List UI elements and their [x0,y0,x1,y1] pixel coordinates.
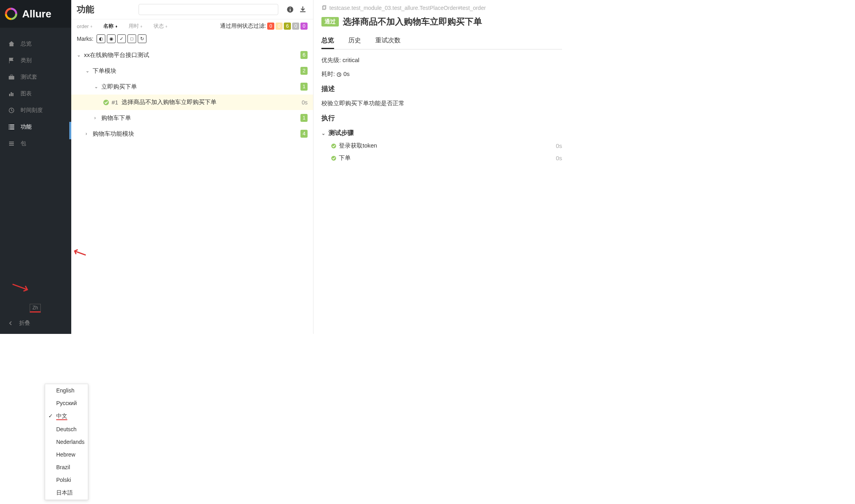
sort-name[interactable]: 名称♦ [103,23,117,30]
nav-timeline[interactable]: 时间刻度 [0,102,71,119]
mark-retry[interactable]: □ [127,34,136,43]
tree-group[interactable]: ⌄ 下单模块 2 [71,63,313,79]
description-value: 校验立即购买下单功能是否正常 [321,100,562,107]
nav-label: 包 [21,140,26,147]
mark-new-passed[interactable]: ◉ [107,34,116,43]
step-row[interactable]: 登录获取token 0s [321,140,562,152]
nav-behaviors[interactable]: 功能 [0,119,71,135]
tree-label: 立即购买下单 [101,83,300,91]
svg-rect-17 [9,143,14,144]
clock-icon [8,107,15,114]
chevron-down-icon: ⌄ [77,52,82,58]
tree-count-badge: 2 [300,67,308,75]
nav-label: 功能 [21,123,32,131]
tree-count-badge: 1 [300,83,308,91]
nav-categories[interactable]: 类别 [0,52,71,69]
step-time: 0s [556,142,562,149]
nav-label: 总览 [21,40,32,47]
sort-status[interactable]: 状态♦ [154,23,167,30]
svg-rect-20 [290,9,291,11]
download-icon[interactable] [298,5,308,14]
collapse-button[interactable]: 折叠 [8,316,63,330]
allure-logo-icon [5,8,17,20]
svg-rect-6 [9,94,10,96]
nav-overview[interactable]: 总览 [0,36,71,52]
svg-rect-8 [12,93,13,96]
chevron-down-icon: ⌄ [94,84,99,89]
nav-packages[interactable]: 包 [0,135,71,152]
tab-overview[interactable]: 总览 [321,33,334,49]
sort-icon: ♦ [90,24,92,28]
detail-tabs: 总览 历史 重试次数 [321,33,562,49]
test-path: testcase.test_module_03.test_allure.Test… [321,5,562,11]
tree-group[interactable]: ⌄ 立即购买下单 1 [71,79,313,95]
svg-rect-11 [10,125,14,125]
chevron-down-icon: ⌄ [321,131,326,136]
language-button[interactable]: Zh [30,304,41,313]
tree-label: 下单模块 [93,67,300,75]
marks-row: Marks: ◐ ◉ ✓ □ ↻ [71,33,313,47]
svg-point-21 [290,8,291,8]
tree-count-badge: 1 [300,114,308,122]
filter-failed[interactable]: 0 [267,23,274,30]
mark-new-failed[interactable]: ✓ [117,34,126,43]
copy-icon[interactable] [321,5,327,11]
collapse-label: 折叠 [19,320,30,327]
tab-retries[interactable]: 重试次数 [375,33,401,49]
search-input[interactable] [139,4,278,15]
tree-label: 购物车功能模块 [93,130,300,138]
tree-count-badge: 4 [300,130,308,138]
home-icon [8,40,15,47]
tab-history[interactable]: 历史 [348,33,361,49]
sidebar-brand[interactable]: Allure [0,0,71,28]
clock-icon [336,72,342,77]
mark-refresh[interactable]: ↻ [138,34,146,43]
step-name: 下单 [339,154,351,162]
detail-title: 选择商品不加入购物车立即购买下单 [343,16,482,28]
filter-skipped[interactable]: 0 [292,23,299,30]
tree-group[interactable]: ⌄ xx在线购物平台接口测试 6 [71,47,313,63]
step-name: 登录获取token [339,142,377,150]
steps-header[interactable]: ⌄ 测试步骤 [321,129,562,137]
step-row[interactable]: 下单 0s [321,152,562,164]
tree-label: xx在线购物平台接口测试 [84,51,300,59]
svg-rect-4 [9,76,14,80]
sort-order[interactable]: order♦ [77,23,92,29]
passed-icon [103,99,109,106]
svg-rect-13 [10,127,14,127]
step-time: 0s [556,155,562,161]
passed-icon [331,143,336,149]
filter-broken[interactable]: 0 [276,23,283,30]
detail-panel: testcase.test_module_03.test_allure.Test… [314,0,570,334]
tree-test[interactable]: #1 选择商品不加入购物车立即购买下单 0s [71,95,313,110]
sort-row: order♦ 名称♦ 用时♦ 状态♦ 通过用例状态过滤: 0 0 6 0 0 [71,19,313,33]
sidebar: Allure 总览 类别 测试套 图表 时间刻度 [0,0,71,334]
sort-duration[interactable]: 用时♦ [129,23,142,30]
tree-group[interactable]: › 购物车下单 1 [71,110,313,126]
flag-icon [8,57,15,64]
passed-icon [331,155,336,161]
sidebar-nav: 总览 类别 测试套 图表 时间刻度 功能 [0,28,71,300]
priority-row: 优先级: critical [321,57,562,64]
svg-rect-5 [10,75,13,76]
briefcase-icon [8,74,15,81]
duration-row: 耗时: 0s [321,70,562,78]
tree-label: 购物车下单 [101,114,300,122]
mark-flaky[interactable]: ◐ [97,34,105,43]
filter-unknown[interactable]: 0 [300,23,308,30]
info-icon[interactable] [285,5,295,14]
filter-passed[interactable]: 6 [284,23,291,30]
nav-label: 图表 [21,90,32,97]
tree-group[interactable]: › 购物车功能模块 4 [71,126,313,142]
nav-label: 测试套 [21,74,37,81]
panel-title: 功能 [77,4,95,15]
description-label: 描述 [321,84,562,93]
svg-rect-14 [9,129,10,129]
sidebar-footer: Zh 折叠 [0,300,71,334]
nav-suites[interactable]: 测试套 [0,69,71,85]
chevron-right-icon: › [94,115,99,121]
nav-graphs[interactable]: 图表 [0,85,71,102]
detail-title-row: 通过 选择商品不加入购物车立即购买下单 [321,16,562,28]
nav-label: 类别 [21,57,32,64]
svg-rect-16 [9,142,14,142]
